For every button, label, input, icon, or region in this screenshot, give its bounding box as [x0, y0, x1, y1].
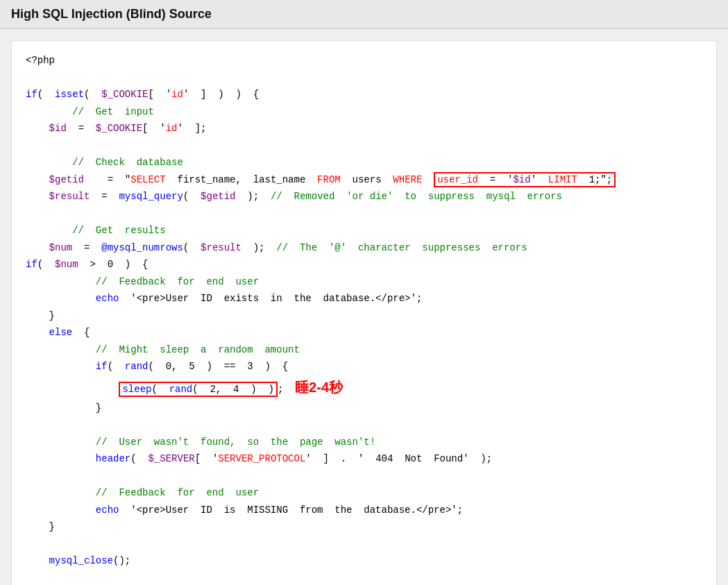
page-header: High SQL Injection (Blind) Source [0, 0, 728, 29]
code-line-blank4 [26, 416, 702, 434]
code-line-5: // Check database [26, 154, 702, 171]
code-line-24: mysql_close(); [26, 552, 702, 570]
code-line-22: echo '<pre>User ID is MISSING from the d… [26, 502, 702, 519]
code-line-23: } [26, 518, 702, 536]
code-line-11: // Feedback for end user [26, 273, 702, 291]
code-line-14: else { [26, 324, 702, 341]
code-line-9: $num = @mysql_numrows( $result ); // The… [26, 239, 702, 257]
code-line-16: if( rand( 0, 5 ) == 3 ) { [26, 358, 702, 375]
code-line-blank2 [26, 137, 702, 155]
code-line-12: echo '<pre>User ID exists in the databas… [26, 290, 702, 307]
code-line-13: } [26, 307, 702, 325]
code-line-blank3 [26, 205, 702, 223]
code-line-1: <?php [26, 52, 702, 69]
code-line-6: $getid = "SELECT first_name, last_name F… [26, 171, 702, 189]
code-line-10: if( $num > 0 ) { [26, 256, 702, 273]
page-title: High SQL Injection (Blind) Source [11, 7, 717, 22]
code-line-17: sleep( rand( 2, 4 ) ); 睡2-4秒 [26, 375, 702, 400]
code-line-2: if( isset( $_COOKIE[ 'id' ] ) ) { [26, 86, 702, 103]
code-line-3: // Get input [26, 103, 702, 121]
code-line-blank6 [26, 536, 702, 553]
code-line-20: header( $_SERVER[ 'SERVER_PROTOCOL' ] . … [26, 450, 702, 468]
code-line-8: // Get results [26, 222, 702, 239]
code-line-18: } [26, 400, 702, 417]
annotation-text: 睡2-4秒 [295, 380, 343, 395]
code-line-7: $result = mysql_query( $getid ); // Remo… [26, 188, 702, 205]
code-line-21: // Feedback for end user [26, 484, 702, 502]
code-line-blank1 [26, 69, 702, 87]
code-line-blank5 [26, 468, 702, 485]
code-line-4: $id = $_COOKIE[ 'id' ]; [26, 120, 702, 137]
code-container: <?php if( isset( $_COOKIE[ 'id' ] ) ) { … [11, 40, 717, 585]
code-line-19: // User wasn't found, so the page wasn't… [26, 434, 702, 451]
code-line-blank7 [26, 570, 702, 586]
code-line-15: // Might sleep a random amount [26, 341, 702, 359]
